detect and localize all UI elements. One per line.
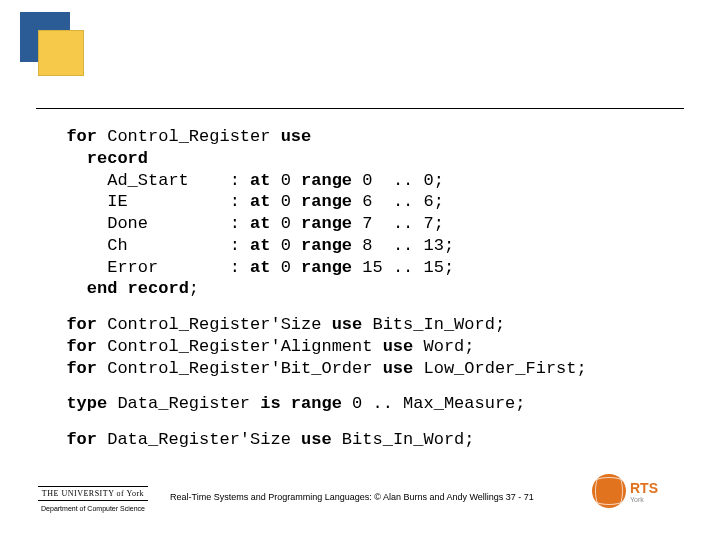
footer-caption: Real-Time Systems and Programming Langua… <box>170 492 534 502</box>
code-block-record: for Control_Register use record Ad_Start… <box>46 126 674 300</box>
code-block-type: type Data_Register is range 0 .. Max_Mea… <box>46 393 674 415</box>
slide-decoration <box>20 12 80 72</box>
code-block-for2: for Data_Register'Size use Bits_In_Word; <box>46 429 674 451</box>
globe-icon <box>592 474 626 508</box>
university-logo: THE UNIVERSITY of York Department of Com… <box>38 484 148 512</box>
rts-text: RTS <box>630 480 658 496</box>
code-listing: for Control_Register use record Ad_Start… <box>46 126 674 465</box>
rts-logo: RTS York <box>592 470 682 512</box>
university-name: THE UNIVERSITY of York <box>42 489 144 498</box>
horizontal-rule <box>36 108 684 109</box>
code-block-for: for Control_Register'Size use Bits_In_Wo… <box>46 314 674 379</box>
rts-subtext: York <box>630 496 658 503</box>
slide-footer: THE UNIVERSITY of York Department of Com… <box>0 462 720 512</box>
department-name: Department of Computer Science <box>38 505 148 512</box>
